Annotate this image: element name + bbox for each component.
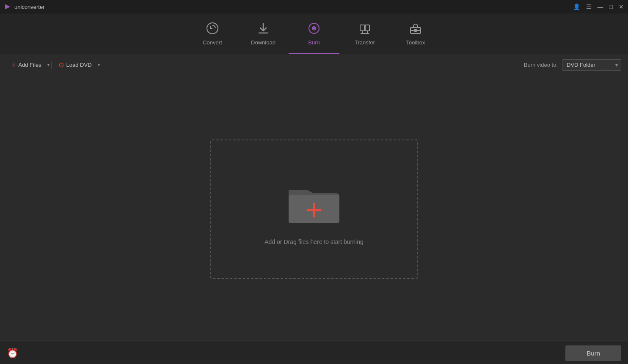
plus-icon: +: [12, 61, 16, 69]
account-icon[interactable]: 👤: [573, 3, 580, 10]
title-bar: uniconverter 👤 ☰ — □ ✕: [0, 0, 628, 14]
menu-icon[interactable]: ☰: [586, 3, 592, 10]
app-logo: [4, 3, 11, 10]
nav-item-burn[interactable]: Burn: [289, 14, 339, 54]
add-files-button[interactable]: + Add Files: [7, 59, 47, 71]
title-bar-controls: 👤 ☰ — □ ✕: [573, 3, 624, 10]
nav-item-download[interactable]: Download: [238, 14, 289, 54]
close-button[interactable]: ✕: [619, 3, 624, 10]
footer-left: ⏰: [7, 348, 18, 359]
svg-rect-6: [360, 25, 364, 31]
minimize-button[interactable]: —: [598, 3, 603, 10]
svg-point-5: [314, 28, 315, 29]
toolbar-left: + Add Files ▾ ⊙ Load DVD ▾: [7, 58, 524, 71]
dvd-icon: ⊙: [58, 61, 64, 69]
drop-zone-text: Add or Drag files here to start burning: [264, 238, 363, 245]
nav-bar: Convert Download Burn: [0, 14, 628, 54]
burn-video-to-label: Burn video to:: [524, 62, 558, 68]
load-dvd-dropdown[interactable]: ▾: [98, 63, 100, 67]
convert-label: Convert: [203, 39, 222, 46]
toolbar-right: Burn video to: DVD Folder DVD Disc Blu-r…: [524, 59, 621, 71]
app-name: uniconverter: [14, 4, 45, 10]
nav-item-toolbox[interactable]: Toolbox: [390, 14, 441, 54]
toolbar: + Add Files ▾ ⊙ Load DVD ▾ Burn video to…: [0, 54, 628, 76]
svg-rect-7: [365, 25, 369, 31]
load-dvd-button[interactable]: ⊙ Load DVD: [53, 58, 97, 71]
add-files-dropdown[interactable]: ▾: [47, 63, 50, 67]
burn-destination-wrapper: DVD Folder DVD Disc Blu-ray Folder Blu-r…: [562, 59, 621, 71]
drop-zone[interactable]: Add or Drag files here to start burning: [210, 140, 418, 279]
download-icon: [256, 22, 270, 37]
burn-button[interactable]: Burn: [565, 345, 621, 361]
transfer-label: Transfer: [355, 39, 375, 46]
burn-destination-select[interactable]: DVD Folder DVD Disc Blu-ray Folder Blu-r…: [562, 59, 621, 71]
folder-icon: [280, 173, 348, 228]
main-content: Add or Drag files here to start burning: [0, 76, 628, 342]
history-icon[interactable]: ⏰: [7, 348, 18, 359]
transfer-icon: [358, 22, 372, 37]
load-dvd-label: Load DVD: [66, 62, 92, 68]
nav-item-transfer[interactable]: Transfer: [339, 14, 390, 54]
add-files-label: Add Files: [18, 62, 41, 68]
convert-icon: [206, 22, 219, 37]
title-bar-left: uniconverter: [4, 3, 45, 10]
toolbox-icon: [409, 22, 422, 37]
svg-marker-0: [5, 4, 10, 9]
burn-icon: [307, 22, 321, 37]
maximize-button[interactable]: □: [609, 3, 613, 10]
download-label: Download: [251, 39, 275, 46]
footer: ⏰ Burn: [0, 342, 628, 364]
burn-label: Burn: [308, 39, 320, 46]
nav-item-convert[interactable]: Convert: [187, 14, 238, 54]
toolbar-divider: [51, 61, 52, 69]
toolbox-label: Toolbox: [406, 39, 425, 46]
